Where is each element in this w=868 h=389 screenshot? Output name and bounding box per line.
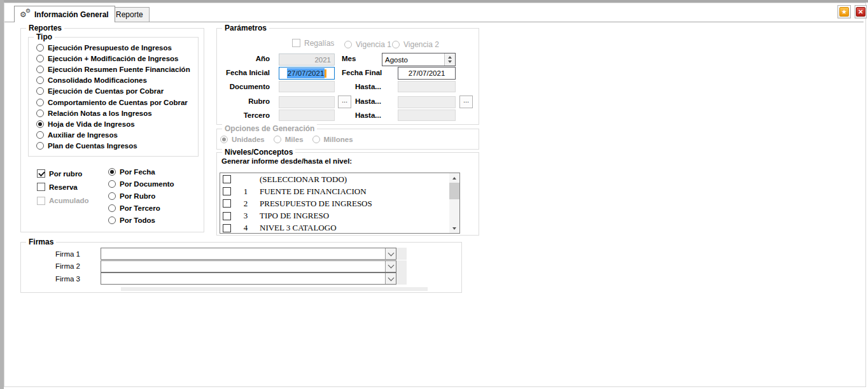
firma-row: Firma 3: [20, 272, 453, 285]
nivel-list-item[interactable]: 2 PRESUPUESTO DE INGRESOS: [220, 197, 459, 209]
documento-field[interactable]: [279, 81, 335, 92]
vigencia2-row: Vigencia 2: [392, 39, 439, 49]
agrupar-radio-option[interactable]: Por Todos: [108, 214, 174, 226]
nivel-label: PRESUPUESTO DE INGRESOS: [260, 199, 372, 209]
nivel-list-item[interactable]: 3 TIPO DE INGRESO: [220, 210, 459, 222]
window-frame-left: [0, 0, 4, 389]
radio-icon: [108, 204, 116, 212]
tipo-title: Tipo: [34, 32, 55, 42]
firma-combo[interactable]: [101, 272, 396, 285]
tipo-radio-option[interactable]: Plan de Cuentas Ingresos: [36, 141, 190, 152]
regalias-checkbox[interactable]: Regalías: [292, 38, 334, 48]
option-label: Acumulado: [49, 197, 89, 204]
nivel-number: 4: [237, 223, 254, 233]
combo-dropdown-button[interactable]: [385, 261, 396, 272]
firma-combo[interactable]: [101, 248, 396, 260]
opciones-radio-option[interactable]: Millones: [312, 134, 353, 145]
rubro-hasta-field[interactable]: [398, 96, 456, 108]
fecha-final-field[interactable]: 27/07/2021: [398, 67, 456, 80]
rubro-field[interactable]: [279, 96, 335, 108]
agrupar-radio-option[interactable]: Por Documento: [108, 178, 174, 190]
chevron-down-icon: [388, 250, 394, 256]
tipo-radio-option[interactable]: Relación Notas a los Ingresos: [36, 108, 190, 118]
flag-checkbox[interactable]: Acumulado: [37, 194, 89, 208]
vigencia2-radio[interactable]: Vigencia 2: [392, 39, 439, 49]
checkbox-icon[interactable]: [223, 212, 231, 220]
radio-icon: [274, 136, 281, 143]
option-label: Por Documento: [120, 180, 174, 188]
scrollbar-thumb[interactable]: [449, 183, 459, 199]
parametros-title: Parámetros: [222, 24, 269, 33]
checkbox-icon[interactable]: [223, 224, 231, 232]
option-label: Por Todos: [120, 216, 155, 224]
combo-shadow: [396, 260, 407, 272]
radio-icon: [36, 120, 44, 128]
niveles-instruction: Generar informe desde/hasta el nivel:: [221, 157, 352, 165]
checkbox-icon[interactable]: [223, 187, 231, 195]
opciones-title: Opciones de Generación: [222, 124, 317, 134]
radio-icon: [36, 142, 44, 150]
radio-icon: [312, 136, 320, 143]
scroll-down-button[interactable]: [449, 223, 459, 233]
agrupar-radio-option[interactable]: Por Tercero: [108, 202, 174, 214]
rubro-browse-button[interactable]: ...: [338, 95, 351, 108]
rubro-hasta-browse-button[interactable]: ...: [459, 95, 473, 108]
checkbox-icon[interactable]: [223, 199, 231, 208]
tercero-hasta-field[interactable]: [398, 110, 456, 121]
radio-icon: [108, 192, 116, 200]
mes-spinner[interactable]: Agosto: [382, 53, 456, 66]
nivel-label: TIPO DE INGRESO: [260, 211, 329, 221]
favorite-button[interactable]: ★: [837, 5, 851, 18]
fecha-inicial-field[interactable]: 27/07/2021: [279, 67, 335, 80]
exit-button[interactable]: ✕: [855, 5, 867, 18]
tipo-radio-option[interactable]: Hoja de Vida de Ingresos: [36, 118, 190, 129]
tipo-radio-option[interactable]: Ejecución Presupuesto de Ingresos: [36, 42, 190, 53]
agrupar-radio-option[interactable]: Por Rubro: [108, 190, 174, 202]
tipo-radio-option[interactable]: Comportamiento de Cuentas por Cobrar: [36, 97, 190, 108]
tipo-radio-option[interactable]: Ejecución + Modificación de Ingresos: [36, 53, 190, 64]
firma-combo[interactable]: [101, 260, 396, 272]
ano-field[interactable]: 2021: [279, 53, 335, 66]
rubro-label: Rubro: [216, 97, 270, 105]
tab-label: Reporte: [116, 10, 143, 19]
star-icon: ★: [839, 7, 849, 17]
scroll-up-button[interactable]: [449, 173, 459, 183]
tipo-radio-option[interactable]: Ejecución Resumen Fuente Financiación: [36, 64, 190, 74]
tipo-radio-option[interactable]: Auxiliar de Ingresos: [36, 130, 190, 141]
combo-shadow: [396, 272, 407, 285]
checkbox-icon[interactable]: [223, 175, 231, 183]
opciones-radio-option[interactable]: Miles: [274, 134, 304, 145]
option-label: Ejecución + Modificación de Ingresos: [48, 55, 178, 62]
documento-hasta-field[interactable]: [398, 81, 456, 92]
tipo-radio-list: Ejecución Presupuesto de Ingresos Ejecuc…: [36, 42, 190, 152]
niveles-scrollbar[interactable]: [449, 173, 459, 233]
spinner-arrows[interactable]: [444, 53, 455, 66]
option-label: Ejecución de Cuentas por Cobrar: [48, 87, 164, 95]
agrupar-radio-option[interactable]: Por Fecha: [108, 166, 174, 178]
combo-dropdown-button[interactable]: [385, 248, 396, 259]
vigencia1-row: Vigencia 1: [344, 39, 391, 49]
tipo-radio-option[interactable]: Ejecución de Cuentas por Cobrar: [36, 86, 190, 97]
tercero-field[interactable]: [279, 110, 335, 121]
mes-value: Agosto: [382, 56, 444, 64]
flag-checkbox[interactable]: Por rubro: [37, 167, 89, 180]
combo-shadow: [396, 248, 407, 260]
option-label: Regalías: [304, 39, 334, 48]
opciones-radio-option[interactable]: Unidades: [220, 134, 265, 145]
nivel-list-item[interactable]: 4 NIVEL 3 CATALOGO: [220, 222, 459, 234]
close-icon: ✕: [856, 7, 865, 17]
option-label: Por rubro: [49, 170, 82, 178]
tipo-radio-option[interactable]: Consolidado Modificaciones: [36, 75, 190, 86]
flags-checkbox-list: Por rubro Reserva Acumulado: [37, 167, 89, 208]
checkbox-icon: [37, 197, 45, 205]
niveles-list[interactable]: (SELECCIONAR TODO) 1 FUENTE DE FINANCIAC…: [220, 173, 460, 234]
nivel-list-item[interactable]: 1 FUENTE DE FINANCIACION: [220, 185, 459, 197]
flag-checkbox[interactable]: Reserva: [37, 180, 89, 194]
nivel-label: (SELECCIONAR TODO): [260, 174, 347, 185]
vigencia1-radio[interactable]: Vigencia 1: [344, 39, 391, 49]
ano-label: Año: [216, 55, 270, 62]
option-label: Vigencia 2: [403, 40, 439, 49]
nivel-list-item[interactable]: (SELECCIONAR TODO): [220, 173, 459, 185]
combo-dropdown-button[interactable]: [385, 273, 396, 284]
tab-informacion-general[interactable]: ⚙⚙ Información General: [14, 6, 115, 22]
